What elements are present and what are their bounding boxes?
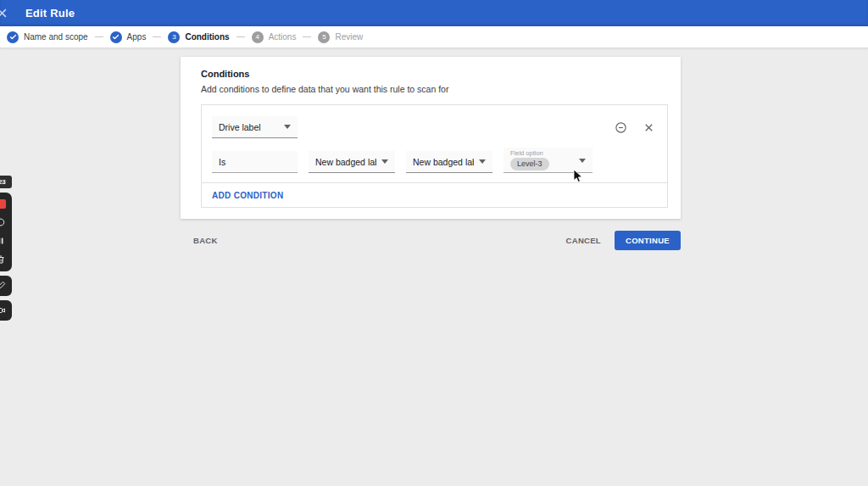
chevron-down-icon xyxy=(381,159,388,164)
step-separator xyxy=(153,36,161,37)
label-select-1[interactable]: New badged label xyxy=(309,151,395,173)
step-number-badge: 4 xyxy=(252,31,264,43)
pen-tool-button[interactable] xyxy=(0,276,12,296)
label-select-1-value: New badged label xyxy=(315,157,376,167)
close-icon[interactable] xyxy=(0,7,8,20)
page-title: Edit Rule xyxy=(25,7,75,20)
step-separator xyxy=(95,36,103,37)
condition-box: Drive label Is New badged label xyxy=(201,104,668,208)
step-number-badge: 5 xyxy=(318,31,330,43)
close-icon[interactable] xyxy=(642,120,655,134)
camera-toggle-button[interactable] xyxy=(0,300,12,321)
label-select-2-value: New badged label xyxy=(413,157,474,167)
step-number-badge: 3 xyxy=(168,31,180,43)
check-icon xyxy=(110,31,122,43)
edit-rule-screen: Edit Rule Name and scope Apps 3 Conditio… xyxy=(0,0,868,486)
field-type-select[interactable]: Drive label xyxy=(212,116,298,138)
add-condition-row: ADD CONDITION xyxy=(202,183,667,207)
step-label: Name and scope xyxy=(24,32,88,42)
wizard-footer: BACK CANCEL CONTINUE xyxy=(181,229,681,251)
operator-value: Is xyxy=(219,157,291,167)
recorder-toolbar: :23 xyxy=(0,176,12,321)
back-button[interactable]: BACK xyxy=(193,236,218,245)
condition-row-values: Is New badged label New badged label Fie… xyxy=(202,138,667,173)
cancel-button[interactable]: CANCEL xyxy=(566,236,601,245)
field-option-chip-row: Level-3 xyxy=(510,158,586,170)
step-name-and-scope[interactable]: Name and scope xyxy=(7,31,88,43)
step-label: Apps xyxy=(127,32,147,42)
continue-button[interactable]: CONTINUE xyxy=(615,231,681,250)
step-conditions[interactable]: 3 Conditions xyxy=(168,31,229,43)
step-label: Actions xyxy=(269,32,297,42)
pause-icon[interactable] xyxy=(0,236,6,246)
chevron-down-icon xyxy=(579,159,586,163)
trash-icon[interactable] xyxy=(0,254,6,265)
wizard-stepper: Name and scope Apps 3 Conditions 4 Actio… xyxy=(0,26,868,48)
recording-timer-badge: :23 xyxy=(0,176,12,188)
field-option-select[interactable]: Field option Level-3 xyxy=(504,148,593,173)
pen-icon xyxy=(0,281,6,291)
restart-icon[interactable] xyxy=(0,217,6,227)
remove-circle-icon[interactable] xyxy=(614,120,627,134)
step-separator xyxy=(236,36,245,37)
field-type-value: Drive label xyxy=(219,122,279,132)
field-option-label: Field option xyxy=(510,149,586,157)
step-apps[interactable]: Apps xyxy=(110,31,147,43)
card-title: Conditions xyxy=(201,69,668,79)
operator-field[interactable]: Is xyxy=(212,151,298,173)
card-subtitle: Add conditions to define data that you w… xyxy=(201,84,668,94)
condition-row-top: Drive label xyxy=(202,105,667,138)
stop-record-button[interactable] xyxy=(0,199,6,209)
step-label: Review xyxy=(335,32,363,42)
step-actions[interactable]: 4 Actions xyxy=(252,31,297,43)
step-review[interactable]: 5 Review xyxy=(318,31,363,43)
camera-icon xyxy=(0,305,6,316)
chevron-down-icon xyxy=(284,125,291,129)
recorder-button-group xyxy=(0,193,12,271)
add-condition-button[interactable]: ADD CONDITION xyxy=(212,191,283,200)
step-separator xyxy=(303,36,311,37)
label-select-2[interactable]: New badged label xyxy=(406,151,492,173)
appbar: Edit Rule xyxy=(0,0,868,26)
conditions-card: Conditions Add conditions to define data… xyxy=(181,57,681,219)
check-icon xyxy=(7,31,19,43)
step-label: Conditions xyxy=(185,32,229,42)
chevron-down-icon xyxy=(479,159,486,164)
field-option-chip: Level-3 xyxy=(510,158,549,170)
